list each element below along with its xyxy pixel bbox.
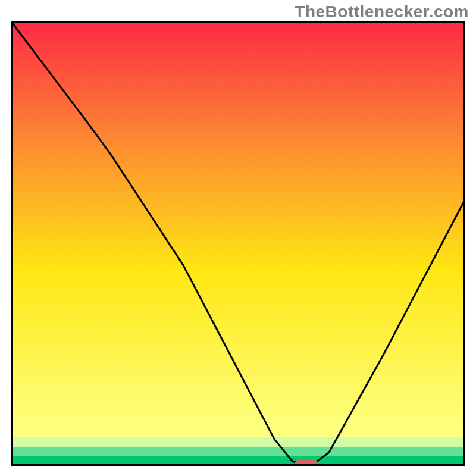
watermark-text: TheBottlenecker.com <box>295 2 469 21</box>
svg-rect-3 <box>11 447 465 456</box>
plot-area <box>11 21 465 466</box>
svg-rect-0 <box>11 21 465 424</box>
chart-container: TheBottlenecker.com <box>0 0 476 476</box>
chart-svg <box>11 21 465 466</box>
svg-rect-1 <box>11 424 465 437</box>
svg-rect-2 <box>11 437 465 448</box>
